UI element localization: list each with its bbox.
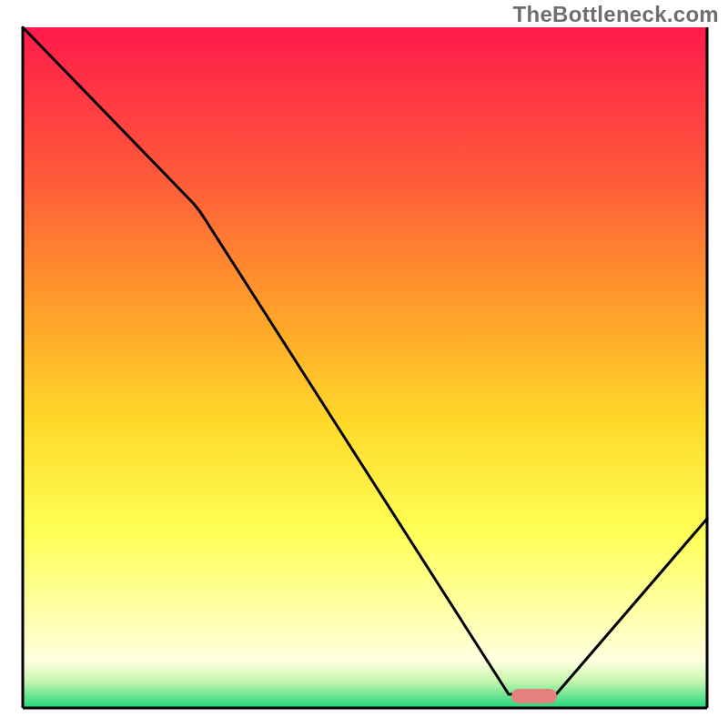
- bottleneck-chart: [0, 0, 728, 728]
- watermark-text: TheBottleneck.com: [513, 2, 719, 27]
- plot-background: [23, 27, 707, 708]
- chart-stage: TheBottleneck.com: [0, 0, 728, 728]
- optimum-marker: [511, 689, 557, 703]
